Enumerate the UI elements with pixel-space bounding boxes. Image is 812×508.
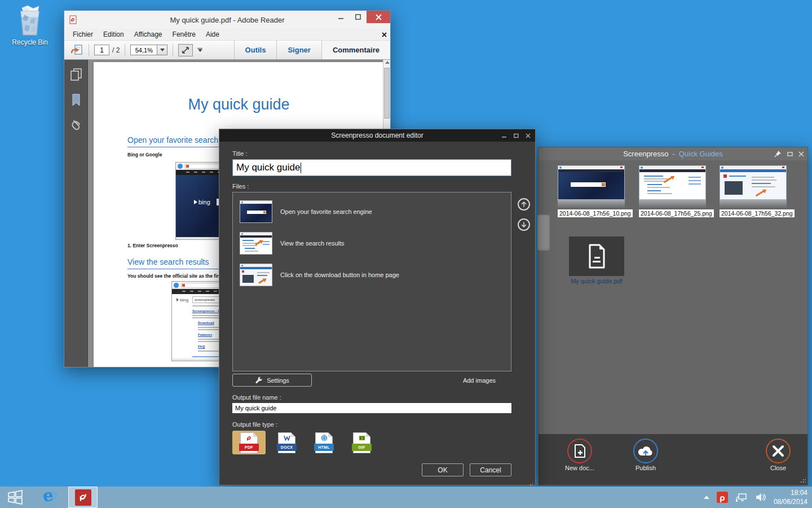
resize-grip[interactable] bbox=[800, 478, 806, 483]
show-hidden-icons-button[interactable] bbox=[704, 496, 709, 499]
pdf-subtext-2: You should see the official site as the … bbox=[127, 273, 232, 279]
app-title: Screenpresso bbox=[623, 150, 668, 158]
taskbar: e ρ 18:04 08/06/2014 bbox=[0, 487, 812, 508]
ok-button[interactable]: OK bbox=[422, 463, 464, 476]
publish-button[interactable]: Publish bbox=[620, 434, 671, 471]
reader-sidebar bbox=[64, 60, 88, 367]
internet-explorer-icon[interactable]: e bbox=[40, 488, 58, 506]
tab-outils[interactable]: Outils bbox=[234, 41, 277, 59]
generated-pdf-filename: My quick guide.pdf bbox=[544, 278, 649, 284]
page-number-input[interactable]: 1 bbox=[94, 45, 109, 55]
fit-page-button[interactable] bbox=[178, 44, 193, 56]
share-icon[interactable] bbox=[70, 44, 83, 56]
generated-pdf-tile[interactable] bbox=[569, 237, 624, 276]
attachments-icon[interactable] bbox=[70, 119, 82, 132]
cancel-button[interactable]: Cancel bbox=[470, 463, 511, 476]
output-name-input[interactable]: My quick guide bbox=[232, 403, 511, 413]
clock-time: 18:04 bbox=[774, 488, 807, 497]
pdf-band-label: PDF bbox=[239, 444, 259, 451]
network-icon[interactable] bbox=[735, 492, 748, 502]
screenpresso-tray-icon[interactable]: ρ bbox=[717, 492, 728, 503]
pdf-subtext-1: Bing or Google bbox=[127, 152, 162, 157]
new-doc-button[interactable]: New doc... bbox=[554, 434, 605, 471]
menu-aide[interactable]: Aide bbox=[201, 30, 224, 38]
bing-logo: bing bbox=[194, 199, 210, 205]
bing-logo-small: bing bbox=[176, 297, 188, 303]
back-button-icon bbox=[178, 164, 183, 169]
type-gif-option[interactable]: GIF bbox=[353, 431, 370, 454]
thumbnail-image bbox=[639, 165, 706, 200]
chevron-down-icon bbox=[198, 49, 202, 52]
menu-bar-icon bbox=[197, 48, 202, 49]
text-cursor bbox=[301, 163, 301, 173]
thumbnail-reflection bbox=[558, 200, 625, 208]
taskbar-clock[interactable]: 18:04 08/06/2014 bbox=[774, 488, 807, 506]
result-link-2: Download bbox=[198, 321, 214, 325]
result-link-3: Features bbox=[198, 333, 212, 336]
maximize-icon[interactable] bbox=[514, 133, 519, 138]
reader-titlebar[interactable]: My quick guide.pdf - Adobe Reader bbox=[64, 11, 390, 29]
close-icon[interactable] bbox=[526, 133, 531, 138]
chevron-down-icon bbox=[160, 49, 165, 51]
close-document-icon[interactable] bbox=[382, 32, 387, 37]
tab-outils-label: Outils bbox=[245, 46, 266, 54]
quick-guides-window: Screenpresso - Quick Guides bbox=[538, 147, 808, 485]
move-up-button[interactable] bbox=[518, 198, 530, 211]
quick-guides-titlebar[interactable]: Screenpresso - Quick Guides bbox=[539, 147, 807, 160]
wrench-icon bbox=[255, 376, 263, 384]
close-workspace-button[interactable]: Close bbox=[753, 434, 804, 471]
system-tray: ρ 18:04 08/06/2014 bbox=[704, 488, 812, 506]
adobe-reader-taskbar-button[interactable] bbox=[68, 487, 98, 508]
page-thumbnails-icon[interactable] bbox=[70, 68, 82, 81]
output-name-label: Output file name : bbox=[232, 394, 511, 401]
file-thumbnail bbox=[240, 232, 272, 255]
recycle-bin[interactable]: Recycle Bin bbox=[5, 5, 55, 46]
zoom-value: 54,1% bbox=[135, 47, 153, 54]
close-button[interactable] bbox=[367, 11, 390, 23]
output-type-label: Output file type : bbox=[232, 421, 511, 428]
menu-edition[interactable]: Edition bbox=[98, 30, 129, 38]
capture-thumbnail-3[interactable]: 2014-06-08_17h56_32.png bbox=[720, 165, 787, 217]
title-input[interactable]: My quick guide bbox=[232, 159, 511, 176]
scroll-up-icon bbox=[385, 61, 390, 64]
add-images-button[interactable]: Add images bbox=[463, 377, 496, 384]
settings-button[interactable]: Settings bbox=[232, 374, 312, 387]
close-icon[interactable] bbox=[798, 151, 804, 157]
document-editor-dialog: Screenpresso document editor Title : My … bbox=[219, 129, 536, 485]
clock-date: 08/06/2014 bbox=[774, 497, 807, 506]
volume-icon[interactable] bbox=[755, 492, 766, 502]
menu-fenetre[interactable]: Fenêtre bbox=[167, 30, 201, 38]
tab-signer[interactable]: Signer bbox=[276, 41, 321, 59]
capture-thumbnail-1[interactable]: 2014-06-08_17h56_10.png bbox=[558, 165, 625, 217]
move-down-button[interactable] bbox=[518, 218, 530, 231]
minimize-button[interactable] bbox=[333, 11, 350, 23]
file-list-item[interactable]: Click on the download button in home pag… bbox=[237, 259, 506, 291]
thumbnail-image bbox=[558, 165, 625, 200]
file-list-item[interactable]: Open your favorite search engine bbox=[237, 196, 506, 227]
recycle-bin-icon bbox=[5, 5, 55, 37]
maximize-button[interactable] bbox=[350, 11, 367, 23]
menu-affichage[interactable]: Affichage bbox=[129, 30, 167, 38]
menu-fichier[interactable]: Fichier bbox=[68, 30, 98, 38]
bookmarks-icon[interactable] bbox=[71, 94, 81, 106]
type-pdf-option[interactable]: PDF bbox=[232, 431, 266, 454]
editor-titlebar[interactable]: Screenpresso document editor bbox=[219, 129, 535, 142]
ie-letter: e bbox=[43, 486, 53, 505]
minimize-icon[interactable] bbox=[502, 133, 507, 138]
publish-label: Publish bbox=[620, 465, 671, 471]
zoom-input[interactable]: 54,1% bbox=[130, 45, 157, 55]
cloud-upload-icon bbox=[638, 445, 654, 457]
tab-commentaire[interactable]: Commentaire bbox=[321, 41, 390, 59]
file-list-item[interactable]: View the search results bbox=[237, 227, 506, 259]
start-button[interactable] bbox=[7, 490, 23, 505]
toolbar-menu-button[interactable] bbox=[197, 48, 202, 52]
type-docx-option[interactable]: DOCX bbox=[278, 431, 295, 454]
file-caption: Open your favorite search engine bbox=[280, 208, 372, 215]
capture-thumbnail-2[interactable]: 2014-06-08_17h56_25.png bbox=[639, 165, 706, 217]
type-html-option[interactable]: HTML bbox=[315, 431, 333, 454]
maximize-icon[interactable] bbox=[787, 151, 793, 157]
scrollbar-thumb[interactable] bbox=[384, 68, 390, 119]
result-link-4: FAQ bbox=[198, 345, 205, 348]
pin-icon[interactable] bbox=[774, 150, 782, 157]
zoom-dropdown-button[interactable] bbox=[157, 45, 167, 55]
